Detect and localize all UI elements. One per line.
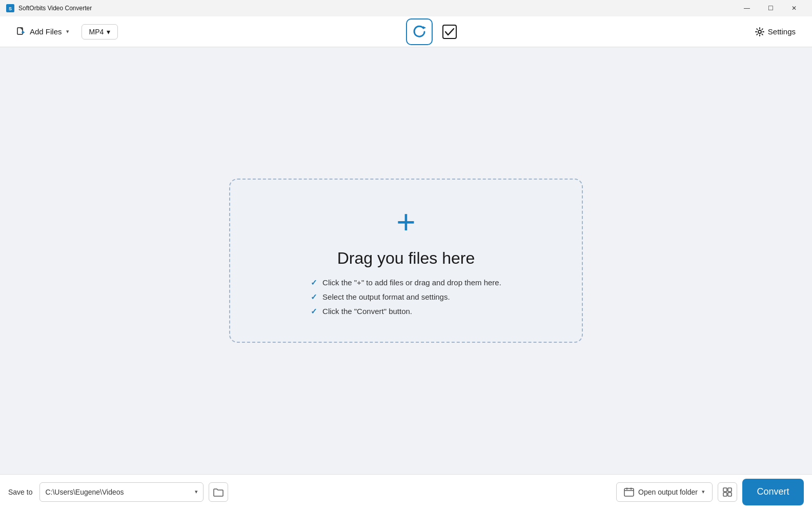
save-path-input-wrap: ▾: [39, 482, 204, 502]
svg-text:S: S: [9, 6, 12, 11]
open-output-label: Open output folder: [638, 488, 698, 496]
bottombar-right: Open output folder ▾ Convert: [616, 479, 804, 505]
save-path-chevron-icon[interactable]: ▾: [195, 488, 198, 495]
add-files-chevron-icon: ▾: [66, 28, 69, 35]
checkmark-icon-1: ✓: [311, 278, 317, 287]
convert-button[interactable]: Convert: [742, 479, 804, 505]
svg-rect-7: [728, 488, 732, 492]
checkmark-icon: [442, 24, 457, 40]
svg-rect-8: [723, 493, 727, 496]
main-area: + Drag you files here ✓ Click the "+" to…: [0, 47, 812, 474]
checkmark-icon-3: ✓: [311, 307, 317, 316]
browse-folder-button[interactable]: [209, 482, 228, 502]
dropzone-hints: ✓ Click the "+" to add files or drag and…: [311, 278, 501, 316]
open-output-chevron-icon: ▾: [702, 488, 705, 495]
logo-button[interactable]: [406, 18, 433, 45]
hint-1: ✓ Click the "+" to add files or drag and…: [311, 278, 501, 287]
toolbar: Add Files ▾ MP4 ▾ Settings: [0, 16, 812, 47]
bottombar: Save to ▾ Open output folder ▾: [0, 474, 812, 509]
svg-point-4: [758, 30, 761, 33]
hint-2: ✓ Select the output format and settings.: [311, 292, 501, 302]
format-label: MP4: [89, 28, 104, 36]
window-controls: — ☐ ✕: [735, 0, 806, 16]
format-chevron-icon: ▾: [107, 28, 110, 36]
dropzone[interactable]: + Drag you files here ✓ Click the "+" to…: [229, 179, 583, 343]
grid-view-button[interactable]: [718, 482, 737, 502]
maximize-button[interactable]: ☐: [759, 0, 782, 16]
hint-text-2: Select the output format and settings.: [322, 292, 450, 301]
convert-logo-icon: [412, 24, 427, 40]
save-to-label: Save to: [8, 488, 32, 496]
titlebar: S SoftOrbits Video Converter — ☐ ✕: [0, 0, 812, 16]
gear-icon: [755, 27, 765, 37]
folder-icon: [213, 487, 224, 497]
add-files-label: Add Files: [30, 27, 62, 36]
plus-icon: +: [396, 206, 415, 239]
checkmark-icon-2: ✓: [311, 292, 317, 302]
grid-icon: [723, 487, 732, 497]
calendar-folder-icon: [624, 487, 634, 497]
settings-label: Settings: [768, 27, 796, 36]
dropzone-title: Drag you files here: [337, 249, 475, 268]
add-files-button[interactable]: Add Files ▾: [10, 23, 75, 41]
close-button[interactable]: ✕: [782, 0, 806, 16]
svg-rect-6: [723, 488, 727, 492]
app-icon: S: [6, 4, 14, 12]
minimize-button[interactable]: —: [735, 0, 759, 16]
open-output-button[interactable]: Open output folder ▾: [616, 482, 713, 502]
hint-text-1: Click the "+" to add files or drag and d…: [322, 278, 501, 287]
convert-label: Convert: [757, 486, 789, 497]
checkmark-button[interactable]: [439, 21, 460, 43]
file-icon: [16, 27, 26, 36]
toolbar-center: [124, 18, 742, 45]
svg-rect-5: [624, 488, 634, 496]
svg-rect-9: [728, 493, 732, 496]
toolbar-right: Settings: [748, 23, 802, 41]
hint-3: ✓ Click the "Convert" button.: [311, 307, 501, 316]
hint-text-3: Click the "Convert" button.: [322, 307, 412, 316]
app-title: SoftOrbits Video Converter: [18, 5, 735, 12]
format-selector[interactable]: MP4 ▾: [82, 24, 118, 40]
save-path-input[interactable]: [45, 488, 192, 496]
settings-button[interactable]: Settings: [748, 23, 802, 41]
